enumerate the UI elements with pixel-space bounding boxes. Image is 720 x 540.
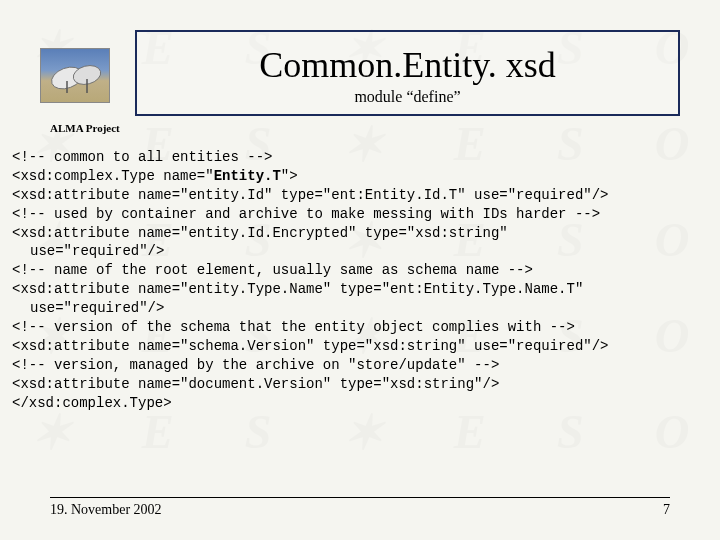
code-line: <xsd:attribute name="schema.Version" typ… [12,337,708,356]
slide-title: Common.Entity. xsd [167,44,648,86]
code-line: </xsd:complex.Type> [12,394,708,413]
code-line: <xsd:attribute name="entity.Id" type="en… [12,186,708,205]
code-line: <xsd:attribute name="document.Version" t… [12,375,708,394]
slide-header: Common.Entity. xsd module “define” ALMA … [0,0,720,142]
code-line: use="required"/> [12,242,708,261]
footer-date: 19. November 2002 [50,502,162,518]
code-line: <!-- version, managed by the archive on … [12,356,708,375]
code-line: <xsd:attribute name="entity.Id.Encrypted… [12,224,708,243]
code-line: use="required"/> [12,299,708,318]
slide-footer: 19. November 2002 7 [50,497,670,518]
title-box: Common.Entity. xsd module “define” [135,30,680,116]
code-line: <!-- version of the schema that the enti… [12,318,708,337]
code-line: <!-- used by container and archive to ma… [12,205,708,224]
code-line: <!-- name of the root element, usually s… [12,261,708,280]
code-block: <!-- common to all entities --> <xsd:com… [0,142,720,412]
footer-page: 7 [663,502,670,518]
code-line: <xsd:attribute name="entity.Type.Name" t… [12,280,708,299]
code-line: <xsd:complex.Type name="Entity.T"> [12,167,708,186]
code-line: <!-- common to all entities --> [12,148,708,167]
project-label: ALMA Project [50,122,680,134]
alma-logo [40,48,110,103]
slide-subtitle: module “define” [167,88,648,106]
